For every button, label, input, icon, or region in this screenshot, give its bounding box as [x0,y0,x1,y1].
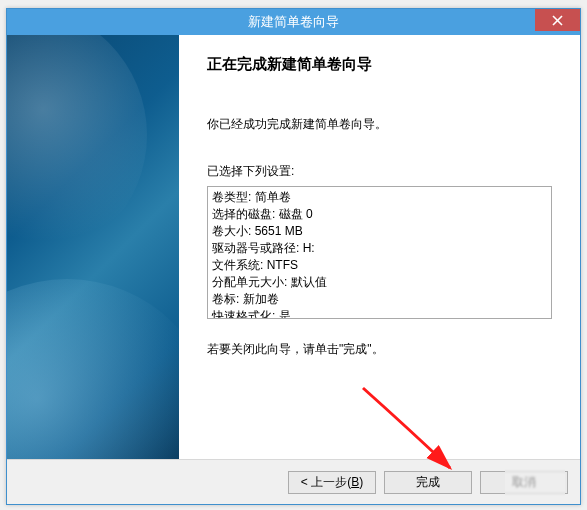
settings-line: 文件系统: NTFS [212,257,547,274]
wizard-sidebar-graphic [7,35,179,459]
settings-line: 卷大小: 5651 MB [212,223,547,240]
settings-line: 驱动器号或路径: H: [212,240,547,257]
wizard-window: 新建简单卷向导 正在完成新建简单卷向导 你已经成功完成新建简单卷向导。 已选择下… [6,8,581,505]
settings-line: 分配单元大小: 默认值 [212,274,547,291]
footer-bar: < 上一步(B) 完成 取消 [7,459,580,504]
settings-line: 卷标: 新加卷 [212,291,547,308]
content-area: 正在完成新建简单卷向导 你已经成功完成新建简单卷向导。 已选择下列设置: 卷类型… [7,35,580,459]
settings-listbox[interactable]: 卷类型: 简单卷选择的磁盘: 磁盘 0卷大小: 5651 MB驱动器号或路径: … [207,186,552,319]
window-title: 新建简单卷向导 [248,13,339,31]
close-button[interactable] [535,9,580,31]
page-heading: 正在完成新建简单卷向导 [207,55,552,74]
titlebar: 新建简单卷向导 [7,9,580,35]
completed-message: 你已经成功完成新建简单卷向导。 [207,116,552,133]
settings-line: 选择的磁盘: 磁盘 0 [212,206,547,223]
main-panel: 正在完成新建简单卷向导 你已经成功完成新建简单卷向导。 已选择下列设置: 卷类型… [179,35,580,459]
settings-line: 卷类型: 简单卷 [212,189,547,206]
close-icon [552,15,563,26]
settings-line: 快速格式化: 是 [212,308,547,319]
cancel-button[interactable]: 取消 [480,471,568,494]
finish-button[interactable]: 完成 [384,471,472,494]
back-button[interactable]: < 上一步(B) [288,471,376,494]
close-hint: 若要关闭此向导，请单击"完成"。 [207,341,552,358]
settings-label: 已选择下列设置: [207,163,552,180]
